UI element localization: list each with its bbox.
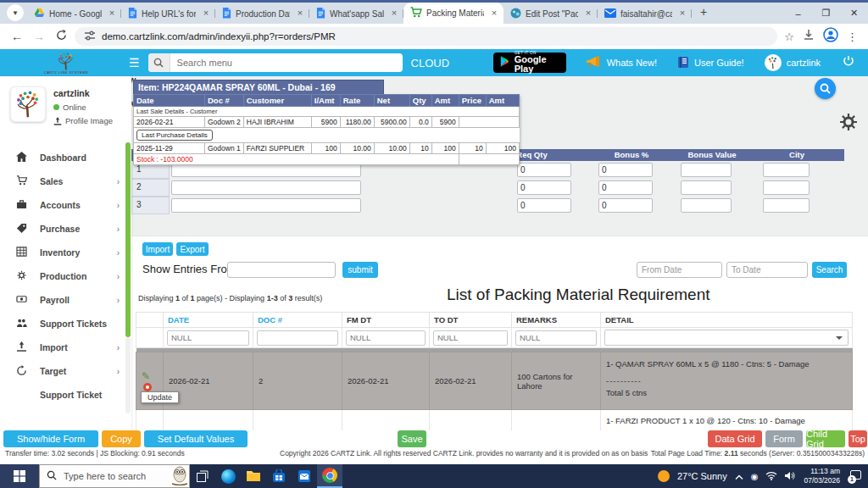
tab-close-icon[interactable]: × [106,8,118,19]
weather-text[interactable]: 27°C Sunny [677,471,727,481]
tab-close-icon[interactable]: × [488,8,500,19]
chrome-icon[interactable] [317,464,342,488]
url-bar[interactable]: demo.cartzlink.com/admin/indexyii.php?r=… [75,27,777,46]
back-icon[interactable]: ← [8,30,25,43]
filter-todt-input[interactable] [433,330,508,346]
edge-icon[interactable] [215,464,241,488]
maximize-button[interactable]: ❐ [812,3,840,24]
table-row[interactable]: 1- FARZI PRODUCT 1 x 10 @ 120 - Ctns: 10… [136,410,853,431]
sidebar-item-payroll[interactable]: Payroll› [0,288,131,312]
sidebar-item-sales[interactable]: Sales› [0,169,131,193]
logout-power-icon[interactable] [843,55,854,70]
sidebar-item-accounts[interactable]: Accounts› [0,193,131,217]
start-button[interactable] [0,464,39,488]
item-input[interactable] [171,198,361,213]
profile-logo-image[interactable] [10,86,46,122]
tab-edit-post[interactable]: Edit Post "Packing Mat × [504,3,598,24]
bonus-pct-input[interactable] [598,198,653,213]
city-input[interactable] [763,198,810,213]
export-button[interactable]: Export [176,242,209,256]
speaker-icon[interactable] [785,469,796,484]
tab-mail[interactable]: faisaltahir@cartzlink.co × [598,3,692,24]
app-logo[interactable]: CARTZ LINK SYSTEMS [15,52,117,75]
sidebar-item-support-tickets[interactable]: Support Tickets [0,312,131,336]
sidebar-item-inventory[interactable]: Inventory› [0,241,131,264]
set-default-values-button[interactable]: Set Default Values [144,430,248,447]
tab-production-data-entry[interactable]: Production Data Entry × [215,3,309,24]
show-entries-input[interactable] [227,262,336,278]
sidebar-item-production[interactable]: Production› [0,264,131,288]
sidebar-item-dashboard[interactable]: Dashboard [0,146,131,169]
browser-menu-icon[interactable]: ⋮ [847,30,858,43]
tab-help-urls[interactable]: Help URL's for ERP Sys × [121,3,215,24]
tab-close-icon[interactable]: × [676,8,688,19]
filter-doc-input[interactable] [257,330,338,346]
profile-avatar-icon[interactable] [823,27,838,46]
edit-pencil-icon[interactable]: ✎ [142,370,150,382]
sidebar-item-target[interactable]: Target› [0,359,131,383]
filter-detail-select[interactable] [604,330,849,346]
req-qty-input[interactable] [517,198,571,213]
hamburger-menu-icon[interactable]: ☰ [129,56,140,69]
tab-close-icon[interactable]: × [200,8,212,19]
delete-icon[interactable] [143,383,152,391]
tray-chevron-icon[interactable] [735,469,743,484]
user-guide-link[interactable]: User Guide! [677,56,744,70]
bonus-value-input[interactable] [681,180,732,195]
search-icon[interactable] [148,53,170,72]
taskbar-clock[interactable]: 11:13 am07/03/2026 [804,467,840,485]
bonus-pct-input[interactable] [598,163,653,177]
tab-search-chevron-icon[interactable]: ▼ [7,4,24,21]
filter-date-input[interactable] [167,330,249,346]
google-play-badge[interactable]: GET IT ONGoogle Play [493,53,566,73]
wifi-icon[interactable] [765,469,777,484]
sidebar-item-purchase[interactable]: Purchase› [0,217,131,241]
filter-fmdt-input[interactable] [346,330,426,346]
sidebar-item-support-ticket[interactable]: Support Ticket [0,383,131,407]
item-input[interactable] [171,180,361,195]
table-row[interactable]: ✎ Update 2026-02-21 2 2026-02-21 2026-02… [136,352,853,410]
data-grid-button[interactable]: Data Grid [708,430,762,447]
tab-whatsapp-sales[interactable]: What'sapp Sales Mess × [309,3,403,24]
bookmark-star-icon[interactable]: ☆ [784,30,794,43]
tab-close-icon[interactable]: × [582,8,594,19]
file-explorer-icon[interactable] [241,464,266,488]
to-date-input[interactable] [726,262,808,278]
site-settings-icon[interactable] [85,30,95,42]
minimize-button[interactable]: – [784,3,812,24]
filter-remarks-input[interactable] [515,330,597,346]
quick-search-button[interactable] [815,78,836,99]
tab-home-google-drive[interactable]: Home - Google Drive × [27,3,121,24]
tab-close-icon[interactable]: × [294,8,306,19]
tab-close-icon[interactable]: × [388,8,400,19]
tray-record-icon[interactable]: ◉ [751,472,759,481]
account-menu[interactable]: cartzlink [765,54,821,71]
child-grid-button[interactable]: Child Grid [806,430,845,447]
column-doc[interactable]: DOC # [253,313,342,328]
sidebar-item-import[interactable]: Import› [0,336,131,359]
req-qty-input[interactable] [517,163,571,177]
profile-image-link[interactable]: Profile Image [53,116,113,125]
import-button[interactable]: Import [142,242,173,256]
submit-button[interactable]: submit [342,262,378,278]
settings-gear-icon[interactable] [840,114,857,134]
city-input[interactable] [763,163,810,177]
from-date-input[interactable] [637,262,722,278]
bonus-value-input[interactable] [681,163,732,177]
close-button[interactable]: ✕ [840,3,868,24]
bonus-value-input[interactable] [681,198,732,213]
reload-icon[interactable] [53,30,70,43]
task-view-icon[interactable] [190,464,215,488]
microsoft-store-icon[interactable] [266,464,292,488]
column-date[interactable]: DATE [164,313,253,328]
notification-icon[interactable]: 1 [848,470,861,482]
req-qty-input[interactable] [517,180,571,195]
sidebar-scrollbar-thumb[interactable] [125,142,131,337]
copy-button[interactable]: Copy [102,430,141,447]
download-icon[interactable] [803,29,815,44]
whats-new-link[interactable]: Whats New! [587,56,657,69]
save-button[interactable]: Save [398,430,426,447]
taskbar-search[interactable]: Type here to search [39,464,190,488]
search-button[interactable]: Search [812,262,847,278]
top-button[interactable]: Top [849,430,867,447]
